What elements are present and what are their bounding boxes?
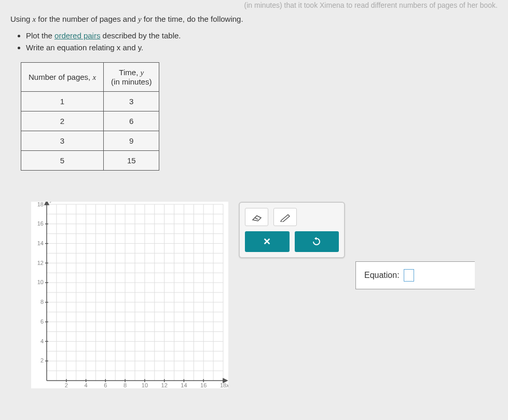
bullet-item: Write an equation relating x and y.	[26, 43, 498, 52]
table-row: 5 15	[21, 151, 159, 171]
cutoff-problem-text: (in minutes) that it took Ximena to read…	[0, 0, 508, 15]
eraser-button[interactable]	[245, 208, 268, 226]
instruction-prefix: Using	[10, 15, 33, 23]
header-text: Number of pages,	[29, 73, 92, 81]
svg-text:x: x	[226, 382, 228, 388]
instruction-mid: for the number of pages and	[36, 15, 138, 23]
bullet-list: Plot the ordered pairs described by the …	[26, 31, 498, 52]
drawing-toolbox: ✕	[239, 202, 345, 258]
undo-button[interactable]	[295, 231, 339, 252]
table-row: 2 6	[21, 111, 159, 131]
eraser-icon	[251, 213, 263, 222]
cell-x: 3	[21, 131, 104, 151]
svg-text:y: y	[49, 202, 53, 203]
clear-button[interactable]: ✕	[245, 231, 290, 252]
equation-box: Equation:	[355, 261, 475, 289]
svg-text:14: 14	[181, 382, 187, 388]
cell-x: 1	[21, 92, 104, 111]
equation-input[interactable]	[404, 269, 414, 282]
coordinate-grid[interactable]: 2 4 6 8 10 12 14 16 18 2 4 6 8 10	[31, 202, 228, 388]
bullet-text: Write an equation relating	[26, 43, 117, 52]
cell-y: 9	[104, 131, 159, 151]
equation-label: Equation:	[364, 271, 400, 280]
var-y: y	[138, 15, 142, 23]
table-row: 1 3	[21, 92, 159, 111]
bullet-text: .	[141, 43, 143, 52]
svg-text:10: 10	[37, 279, 44, 285]
cell-x: 5	[21, 151, 104, 171]
bullet-item: Plot the ordered pairs described by the …	[26, 31, 498, 40]
svg-text:2: 2	[40, 357, 44, 363]
table-row: 3 9	[21, 131, 159, 151]
svg-text:18: 18	[220, 382, 226, 388]
table-header-pages: Number of pages, x	[21, 63, 104, 92]
svg-line-79	[255, 218, 258, 219]
cell-y: 3	[104, 92, 159, 111]
svg-text:16: 16	[200, 382, 207, 388]
bullet-text: and	[120, 43, 138, 52]
svg-text:12: 12	[37, 260, 44, 266]
instruction-suffix: for the time, do the following.	[142, 15, 243, 23]
svg-text:2: 2	[65, 382, 68, 388]
svg-text:18: 18	[37, 202, 44, 207]
svg-text:4: 4	[40, 338, 44, 344]
svg-text:4: 4	[85, 382, 88, 388]
svg-text:8: 8	[40, 299, 44, 305]
pencil-button[interactable]	[273, 208, 297, 226]
bullet-text: described by the table.	[100, 31, 181, 40]
bullet-text: Plot the	[26, 31, 54, 40]
header-var: x	[92, 73, 96, 81]
header-text: Time,	[119, 68, 140, 77]
data-table: Number of pages, x Time, y (in minutes) …	[21, 62, 159, 171]
undo-icon	[311, 236, 322, 247]
cell-x: 2	[21, 111, 104, 131]
svg-text:12: 12	[161, 382, 168, 388]
header-var: y	[140, 68, 144, 77]
svg-text:16: 16	[37, 220, 44, 227]
svg-text:6: 6	[40, 318, 44, 325]
close-icon: ✕	[263, 236, 271, 247]
svg-text:10: 10	[142, 382, 148, 388]
pencil-icon	[279, 213, 292, 222]
grid-svg[interactable]: 2 4 6 8 10 12 14 16 18 2 4 6 8 10	[31, 202, 228, 388]
svg-text:8: 8	[123, 382, 127, 388]
svg-text:6: 6	[104, 382, 107, 388]
svg-text:14: 14	[37, 240, 44, 246]
cell-y: 6	[104, 111, 159, 131]
header-sub: (in minutes)	[111, 77, 152, 86]
cell-y: 15	[104, 151, 159, 171]
table-header-time: Time, y (in minutes)	[104, 63, 159, 92]
svg-marker-80	[314, 237, 317, 240]
ordered-pairs-link[interactable]: ordered pairs	[54, 31, 100, 40]
instruction-text: Using x for the number of pages and y fo…	[10, 15, 498, 24]
